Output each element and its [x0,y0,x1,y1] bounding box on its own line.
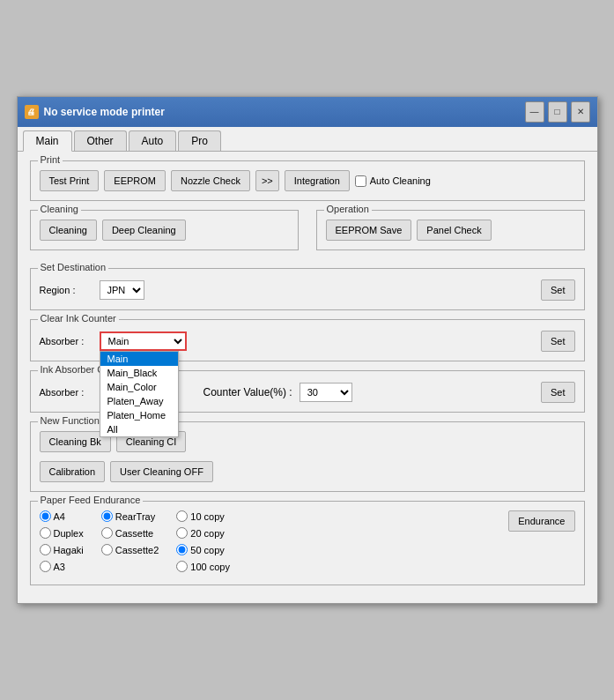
eeprom-save-button[interactable]: EEPROM Save [326,220,412,241]
cleaning-operation-row: Cleaning Cleaning Deep Cleaning Operatio… [30,210,585,259]
integration-button[interactable]: Integration [285,170,350,191]
print-group-label: Print [38,154,63,165]
operation-buttons: EEPROM Save Panel Check [326,216,575,241]
titlebar: 🖨 No service mode printer — □ ✕ [18,97,597,127]
cleaning-buttons: Cleaning Deep Cleaning [40,216,289,241]
set-destination-button[interactable]: Set [541,279,575,301]
auto-cleaning-label[interactable]: Auto Cleaning [355,175,431,187]
absorber-label: Absorber : [40,336,92,346]
clear-ink-counter-label: Clear Ink Counter [38,313,119,324]
endurance-area: Endurance [508,510,574,532]
panel-check-button[interactable]: Panel Check [417,220,491,241]
set-destination-group: Set Destination Region : JPN Set [30,268,585,310]
radio-a4[interactable]: A4 [40,510,84,522]
print-buttons: Test Print EEPROM Nozzle Check >> Integr… [40,167,575,191]
cleaning-group-label: Cleaning [38,204,81,214]
operation-group: Operation EEPROM Save Panel Check [316,210,585,250]
nozzle-check-button[interactable]: Nozzle Check [171,170,250,191]
tab-pro[interactable]: Pro [178,130,221,151]
main-content: Print Test Print EEPROM Nozzle Check >> … [18,152,597,603]
region-label: Region : [40,285,92,295]
test-print-button[interactable]: Test Print [40,170,100,191]
new-function-label: New Function [38,415,102,426]
region-row: Region : JPN Set [40,279,575,301]
set-destination-label: Set Destination [38,262,109,272]
counter-label: Counter Value(%) : [203,386,292,398]
absorber-row: Absorber : Main Main_Black Main_Color Pl… [40,331,575,352]
user-cleaning-off-button[interactable]: User Cleaning OFF [110,461,213,482]
tab-auto[interactable]: Auto [129,130,177,151]
clear-ink-counter-group: Clear Ink Counter Absorber : Main Main_B… [30,319,585,361]
close-button[interactable]: ✕ [571,101,590,123]
paper-feed-label: Paper Feed Endurance [38,495,144,505]
dropdown-item-main-black[interactable]: Main_Black [100,366,178,380]
cleaning-group: Cleaning Cleaning Deep Cleaning [30,210,299,250]
print-group: Print Test Print EEPROM Nozzle Check >> … [30,160,585,201]
window-icon: 🖨 [25,105,39,119]
paper-col-2: RearTray Cassette Cassette2 [101,510,159,559]
tab-main[interactable]: Main [23,130,72,152]
titlebar-left: 🖨 No service mode printer [25,105,165,119]
region-select[interactable]: JPN [100,280,144,300]
dropdown-item-platen-away[interactable]: Platen_Away [100,394,178,408]
new-function-row2: Calibration User Cleaning OFF [40,458,575,482]
absorber-select[interactable]: Main Main_Black Main_Color Platen_Away P… [100,331,187,351]
radio-10copy[interactable]: 10 copy [176,510,230,522]
counter-value-select[interactable]: 30 [300,383,352,402]
arrow-button[interactable]: >> [255,170,279,191]
radio-hagaki[interactable]: Hagaki [40,544,84,555]
dropdown-item-platen-home[interactable]: Platen_Home [100,408,178,422]
tab-bar: Main Other Auto Pro [18,127,597,152]
operation-group-label: Operation [324,204,372,214]
radio-cassette[interactable]: Cassette [101,527,159,539]
paper-feed-group: Paper Feed Endurance A4 Duplex Hagaki A3 [30,501,585,585]
absorber-dropdown-list: Main Main_Black Main_Color Platen_Away P… [100,351,179,437]
deep-cleaning-button[interactable]: Deep Cleaning [102,220,186,241]
cleaning-button[interactable]: Cleaning [40,220,97,241]
calibration-button[interactable]: Calibration [40,461,106,482]
radio-100copy[interactable]: 100 copy [176,561,230,572]
clear-ink-set-button[interactable]: Set [541,331,575,352]
radio-duplex[interactable]: Duplex [40,527,84,539]
main-window: 🖨 No service mode printer — □ ✕ Main Oth… [17,96,598,604]
radio-reartray[interactable]: RearTray [101,510,159,522]
ink-absorber-field-label: Absorber : [40,387,92,398]
minimize-button[interactable]: — [525,101,544,123]
auto-cleaning-checkbox[interactable] [355,175,366,187]
radio-cassette2[interactable]: Cassette2 [101,544,159,555]
dropdown-item-main[interactable]: Main [100,352,178,366]
dropdown-item-all[interactable]: All [100,422,178,436]
paper-col-1: A4 Duplex Hagaki A3 [40,510,84,576]
absorber-dropdown-wrapper: Main Main_Black Main_Color Platen_Away P… [100,331,187,351]
eeprom-button[interactable]: EEPROM [104,170,166,191]
radio-20copy[interactable]: 20 copy [176,527,230,539]
ink-absorber-set-button[interactable]: Set [541,382,575,403]
dropdown-item-main-color[interactable]: Main_Color [100,380,178,394]
radio-a3[interactable]: A3 [40,561,84,572]
tab-other[interactable]: Other [74,130,127,151]
window-title: No service mode printer [44,106,165,118]
paper-feed-inner: A4 Duplex Hagaki A3 RearTray [40,507,575,576]
radio-50copy[interactable]: 50 copy [176,544,230,555]
endurance-button[interactable]: Endurance [508,510,574,532]
maximize-button[interactable]: □ [548,101,567,123]
paper-col-3: 10 copy 20 copy 50 copy 100 copy [176,510,230,576]
titlebar-controls: — □ ✕ [525,101,590,123]
